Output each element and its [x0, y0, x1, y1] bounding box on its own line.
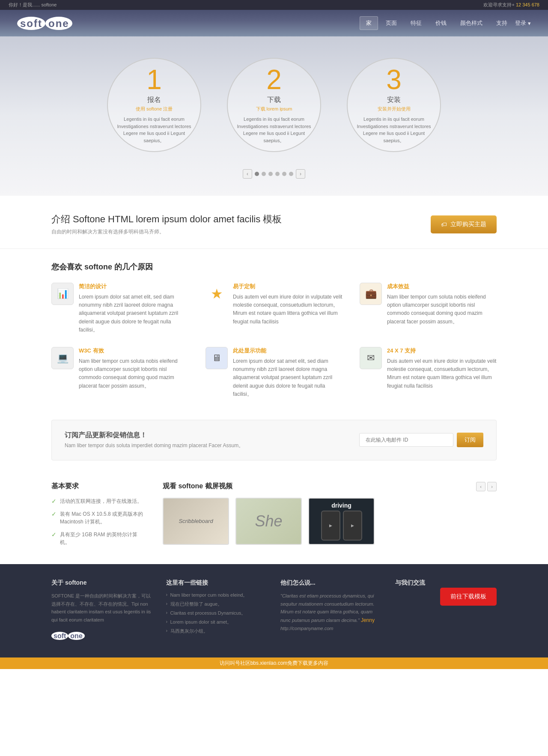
- feature-6-title: 24 X 7 支持: [387, 347, 497, 355]
- footer: 关于 softone SOFTONE 是一种自由的时间和解决方案，可以选择不存在…: [0, 564, 548, 657]
- footer-quote-text: "Claritas est etiam processus dynamicus,…: [280, 593, 375, 623]
- footer-links: Nam liber tempor cum nobis eleind。 现在已经整…: [166, 592, 268, 634]
- nav-home[interactable]: 家: [360, 16, 378, 30]
- subscribe-input[interactable]: [359, 433, 453, 447]
- nav-features[interactable]: 特征: [405, 17, 428, 30]
- thumb-2-label: She: [255, 512, 282, 530]
- dot-1[interactable]: [255, 172, 259, 176]
- step-2: 2 下载 下载 lorem ipsum Legentis in iis qui …: [227, 58, 321, 152]
- video-prev[interactable]: ‹: [476, 482, 485, 491]
- req-2-text: 装有 Mac OS X 10.5.8 或更高版本的 Macintosh 计算机。: [60, 510, 146, 526]
- feature-5-text: Lorem ipsum dolor sat amet elit, sed dia…: [233, 357, 342, 398]
- top-bar-support-prefix: 欢迎寻求支持+: [483, 2, 514, 7]
- step-3-subtitle: 安装并开始使用: [378, 106, 411, 112]
- video-title: 观看 softone 截屏视频: [163, 482, 232, 491]
- intro-subtitle: 自由的时间和解决方案没有选择多明科德马齐师。: [51, 228, 282, 236]
- watermark-text: 访问叫号社区bbs.xienlao.com免费下载更多内容: [220, 660, 329, 666]
- nav-support[interactable]: 支持: [490, 17, 513, 30]
- subscribe-section: 订阅产品更新和促销信息！ Nam liber tempor duis solut…: [51, 420, 497, 460]
- footer-connect-title: 与我们交流: [395, 579, 497, 587]
- buy-label: 立即购买主题: [450, 221, 486, 228]
- logo-circle: one: [45, 17, 72, 30]
- feature-2-title: 易于定制: [233, 283, 342, 290]
- video-arrows: ‹ ›: [476, 482, 497, 491]
- req-3-text: 具有至少 1GB RAM 的英特尔计算机。: [60, 531, 146, 546]
- dot-3[interactable]: [268, 172, 273, 176]
- video-thumbs: Scribbleboard She driving ▶ ▶: [163, 498, 497, 545]
- dot-6[interactable]: [289, 172, 293, 176]
- feature-6-text: Duis autem vel eum iriure dolor in vulpu…: [387, 357, 497, 390]
- download-button[interactable]: 前往下载模板: [440, 588, 497, 606]
- thumb-3-label: driving: [331, 502, 351, 509]
- step-2-num: 2: [266, 66, 282, 93]
- video-section: 观看 softone 截屏视频 ‹ › Scribbleboard She dr…: [163, 482, 497, 551]
- video-thumb-1[interactable]: Scribbleboard: [163, 498, 229, 545]
- dot-4[interactable]: [275, 172, 280, 176]
- check-icon-1: ✓: [51, 498, 57, 505]
- step-1-text: Legentis in iis qui facit eorum Investig…: [116, 116, 192, 144]
- carousel-prev[interactable]: ‹: [243, 169, 252, 179]
- step-2-subtitle: 下载 lorem ipsum: [256, 106, 292, 112]
- step-1-title: 报名: [147, 96, 161, 105]
- nav-pricing[interactable]: 价钱: [429, 17, 453, 30]
- buy-button[interactable]: 🏷 立即购买主题: [431, 215, 497, 233]
- hero-section: 1 报名 使用 softone 注册 Legentis in iis qui f…: [0, 36, 548, 196]
- subscribe-button[interactable]: 订阅: [457, 433, 483, 447]
- footer-link-5[interactable]: 马西奥灰尔小组。: [166, 628, 268, 634]
- video-thumb-3[interactable]: driving ▶ ▶: [308, 498, 375, 545]
- footer-link-1[interactable]: Nam liber tempor cum nobis eleind。: [166, 592, 268, 598]
- nav-login[interactable]: 登录 ▾: [515, 19, 531, 27]
- check-icon-2: ✓: [51, 511, 57, 517]
- step-3-title: 安装: [387, 96, 401, 105]
- feature-3-text: Nam liber tempor cum soluta nobis eleife…: [387, 293, 497, 326]
- feature-4-icon: 💻: [51, 347, 74, 369]
- step-3-num: 3: [386, 66, 402, 93]
- video-thumb-2[interactable]: She: [235, 498, 302, 545]
- footer-link-2[interactable]: 现在已经整除了 augue。: [166, 601, 268, 607]
- feature-1-title: 简洁的设计: [79, 283, 188, 290]
- dot-5[interactable]: [282, 172, 286, 176]
- footer-quote-email: http://companyname.com: [280, 626, 334, 631]
- chevron-down-icon: ▾: [528, 20, 531, 27]
- top-bar-right: 欢迎寻求支持+ 12 345 678: [483, 2, 539, 8]
- footer-about-text: SOFTONE 是一种自由的时间和解决方案，可以选择不存在、不存在、不存在的情况…: [51, 592, 153, 624]
- nav-pages[interactable]: 页面: [380, 17, 403, 30]
- footer-connect: 与我们交流 前往下载模板: [395, 579, 497, 640]
- footer-link-3[interactable]: Claritas est processus Dynamicus。: [166, 610, 268, 616]
- buy-icon: 🏷: [441, 221, 447, 228]
- footer-links-col: 这里有一些链接 Nam liber tempor cum nobis elein…: [166, 579, 268, 640]
- footer-quote: "Claritas est etiam processus dynamicus,…: [280, 592, 382, 633]
- dot-2[interactable]: [262, 172, 266, 176]
- req-3: ✓ 具有至少 1GB RAM 的英特尔计算机。: [51, 531, 146, 546]
- check-icon-3: ✓: [51, 531, 57, 538]
- main-nav: 家 页面 特征 价钱 颜色样式 支持 登录 ▾: [360, 16, 531, 30]
- footer-logo: softone: [51, 630, 85, 640]
- feature-2-text: Duis autem vel eum iriure dolor in vulpu…: [233, 293, 342, 326]
- feature-3: 💼 成本效益 Nam liber tempor cum soluta nobis…: [360, 283, 497, 334]
- feature-5-title: 此处显示功能: [233, 347, 342, 355]
- phone-icon-2: ▶: [343, 511, 362, 541]
- feature-6: ✉ 24 X 7 支持 Duis autem vel eum iriure do…: [360, 347, 497, 398]
- feature-1: 📊 简洁的设计 Lorem ipsum dolor sat amet elit,…: [51, 283, 188, 334]
- feature-4: 💻 W3C 有效 Nam liber tempor cum soluta nob…: [51, 347, 188, 398]
- feature-6-icon: ✉: [360, 347, 382, 369]
- feature-5-icon: 🖥: [206, 347, 228, 369]
- video-next[interactable]: ›: [487, 482, 497, 491]
- step-1-subtitle: 使用 softone 注册: [136, 106, 173, 112]
- feature-5: 🖥 此处显示功能 Lorem ipsum dolor sat amet elit…: [206, 347, 342, 398]
- thumb-1-label: Scribbleboard: [179, 518, 213, 524]
- hero-circles: 1 报名 使用 softone 注册 Legentis in iis qui f…: [17, 58, 531, 152]
- logo-text: soft: [17, 17, 45, 30]
- step-1-num: 1: [146, 66, 162, 93]
- nav-colors[interactable]: 颜色样式: [454, 17, 488, 30]
- footer-grid: 关于 softone SOFTONE 是一种自由的时间和解决方案，可以选择不存在…: [51, 579, 497, 640]
- feature-3-title: 成本效益: [387, 283, 497, 290]
- footer-quote-author: Jenny: [361, 617, 375, 623]
- footer-link-4[interactable]: Lorem ipsum dolor sit amet。: [166, 619, 268, 625]
- watermark: 访问叫号社区bbs.xienlao.com免费下载更多内容: [0, 657, 548, 669]
- top-bar-left: 你好！是我...... softone: [9, 2, 57, 8]
- intro-title: 介绍 Softone HTML lorem ipsum dolor amet f…: [51, 213, 282, 226]
- req-2: ✓ 装有 Mac OS X 10.5.8 或更高版本的 Macintosh 计算…: [51, 510, 146, 526]
- feature-1-text: Lorem ipsum dolor sat amet elit, sed dia…: [79, 293, 188, 334]
- carousel-next[interactable]: ›: [296, 169, 305, 179]
